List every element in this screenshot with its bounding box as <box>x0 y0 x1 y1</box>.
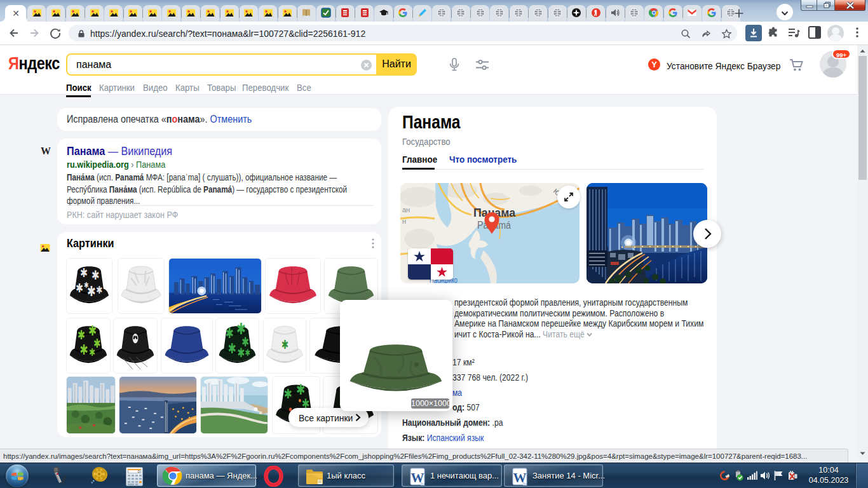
svg-text:dressed: dressed <box>385 374 405 379</box>
svg-text:✱: ✱ <box>284 386 292 401</box>
svg-text:ан: ан <box>402 206 410 214</box>
svg-text:✱: ✱ <box>228 341 236 356</box>
svg-text:✱: ✱ <box>281 337 288 351</box>
svg-text:W: W <box>411 470 424 485</box>
svg-text:✱: ✱ <box>84 281 89 290</box>
svg-text:✱: ✱ <box>92 268 99 283</box>
svg-text:✱: ✱ <box>296 381 305 397</box>
svg-text:✱: ✱ <box>79 342 88 358</box>
svg-text:✱: ✱ <box>89 346 95 358</box>
svg-text:н: н <box>402 217 406 225</box>
svg-text:✱: ✱ <box>80 266 88 280</box>
svg-text:W: W <box>513 470 527 485</box>
svg-text:✱: ✱ <box>226 325 234 341</box>
svg-text:✱: ✱ <box>96 285 102 296</box>
svg-text:✱: ✱ <box>76 281 83 295</box>
svg-text:W: W <box>41 146 51 156</box>
svg-text:✱: ✱ <box>78 328 85 342</box>
svg-text:✱: ✱ <box>245 348 250 358</box>
svg-text:✱: ✱ <box>238 346 245 360</box>
